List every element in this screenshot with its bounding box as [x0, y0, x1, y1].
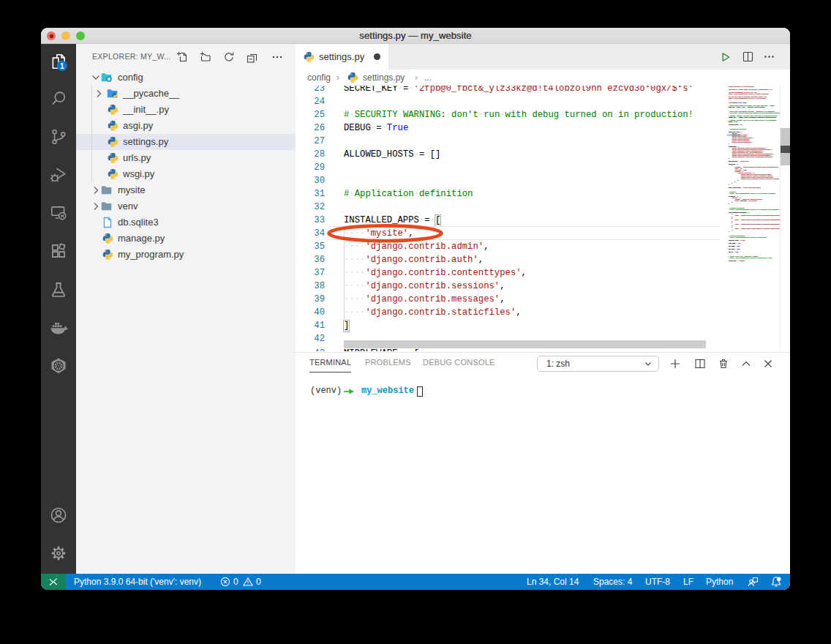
svg-text:1: 1 [60, 62, 64, 70]
